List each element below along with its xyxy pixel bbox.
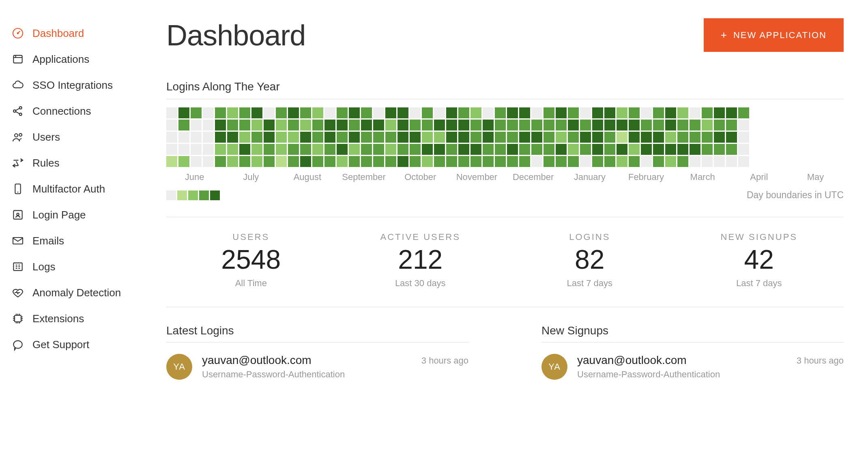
heatmap-cell[interactable] [178,156,189,167]
heatmap-cell[interactable] [629,156,640,167]
heatmap-cell[interactable] [677,144,688,155]
heatmap-cell[interactable] [653,120,664,131]
heatmap-cell[interactable] [507,144,518,155]
heatmap-cell[interactable] [471,120,481,131]
heatmap-cell[interactable] [178,120,189,131]
heatmap-cell[interactable] [410,120,421,131]
heatmap-cell[interactable] [629,132,640,143]
heatmap-cell[interactable] [641,132,652,143]
heatmap-cell[interactable] [483,132,494,143]
heatmap-cell[interactable] [276,107,287,118]
heatmap-cell[interactable] [519,120,530,131]
heatmap-cell[interactable] [580,107,591,118]
heatmap-cell[interactable] [641,107,652,118]
heatmap-cell[interactable] [373,132,384,143]
heatmap-cell[interactable] [665,156,676,167]
heatmap-cell[interactable] [349,132,360,143]
heatmap-cell[interactable] [629,120,640,131]
heatmap-cell[interactable] [495,132,506,143]
heatmap-cell[interactable] [227,120,238,131]
heatmap-cell[interactable] [312,132,323,143]
heatmap-cell[interactable] [385,120,396,131]
heatmap-cell[interactable] [458,120,469,131]
heatmap-cell[interactable] [410,107,421,118]
heatmap-cell[interactable] [471,144,481,155]
heatmap-cell[interactable] [702,132,713,143]
heatmap-cell[interactable] [397,156,408,167]
heatmap-cell[interactable] [300,132,311,143]
heatmap-cell[interactable] [251,132,262,143]
heatmap-cell[interactable] [483,120,494,131]
heatmap-cell[interactable] [422,132,433,143]
heatmap-cell[interactable] [617,144,627,155]
heatmap-cell[interactable] [617,156,627,167]
heatmap-cell[interactable] [337,132,348,143]
heatmap-cell[interactable] [239,144,250,155]
heatmap-cell[interactable] [738,132,749,143]
heatmap-cell[interactable] [690,144,700,155]
heatmap-cell[interactable] [702,120,713,131]
heatmap-cell[interactable] [738,144,749,155]
heatmap-cell[interactable] [337,144,348,155]
heatmap-cell[interactable] [312,144,323,155]
heatmap-cell[interactable] [604,156,615,167]
heatmap-cell[interactable] [604,107,615,118]
sidebar-item-dashboard[interactable]: Dashboard [7,20,150,46]
heatmap-cell[interactable] [495,120,506,131]
heatmap-cell[interactable] [166,132,177,143]
sidebar-item-users[interactable]: Users [7,124,150,150]
heatmap-cell[interactable] [592,107,603,118]
heatmap-cell[interactable] [410,132,421,143]
heatmap-cell[interactable] [446,156,457,167]
heatmap-cell[interactable] [191,120,202,131]
heatmap-cell[interactable] [714,132,725,143]
heatmap-cell[interactable] [324,120,335,131]
heatmap-cell[interactable] [434,132,445,143]
heatmap-cell[interactable] [738,107,749,118]
heatmap-cell[interactable] [410,144,421,155]
heatmap-cell[interactable] [714,120,725,131]
heatmap-cell[interactable] [592,156,603,167]
heatmap-cell[interactable] [653,107,664,118]
heatmap-cell[interactable] [690,156,700,167]
heatmap-cell[interactable] [239,132,250,143]
heatmap-cell[interactable] [288,156,299,167]
heatmap-cell[interactable] [264,144,275,155]
heatmap-cell[interactable] [458,132,469,143]
heatmap-cell[interactable] [738,120,749,131]
heatmap-cell[interactable] [385,156,396,167]
heatmap-cell[interactable] [495,107,506,118]
heatmap-cell[interactable] [191,107,202,118]
heatmap-cell[interactable] [568,120,579,131]
heatmap-cell[interactable] [300,107,311,118]
heatmap-cell[interactable] [361,120,372,131]
heatmap-cell[interactable] [507,120,518,131]
heatmap-cell[interactable] [434,156,445,167]
heatmap-cell[interactable] [738,156,749,167]
heatmap-cell[interactable] [264,156,275,167]
heatmap-cell[interactable] [531,120,542,131]
heatmap-cell[interactable] [178,144,189,155]
heatmap-cell[interactable] [677,120,688,131]
heatmap-cell[interactable] [410,156,421,167]
heatmap-cell[interactable] [702,156,713,167]
heatmap-cell[interactable] [483,144,494,155]
heatmap-cell[interactable] [397,120,408,131]
heatmap-cell[interactable] [422,107,433,118]
heatmap-cell[interactable] [312,120,323,131]
heatmap-cell[interactable] [251,107,262,118]
heatmap-cell[interactable] [276,132,287,143]
heatmap-cell[interactable] [677,107,688,118]
heatmap-cell[interactable] [629,107,640,118]
user-row[interactable]: YAyauvan@outlook.comUsername-Password-Au… [166,354,468,380]
heatmap-cell[interactable] [519,107,530,118]
heatmap-cell[interactable] [483,156,494,167]
heatmap-cell[interactable] [312,107,323,118]
heatmap-cell[interactable] [458,156,469,167]
heatmap-cell[interactable] [434,107,445,118]
heatmap-cell[interactable] [690,120,700,131]
heatmap-cell[interactable] [471,156,481,167]
heatmap-cell[interactable] [531,144,542,155]
heatmap-cell[interactable] [519,156,530,167]
heatmap-cell[interactable] [568,144,579,155]
